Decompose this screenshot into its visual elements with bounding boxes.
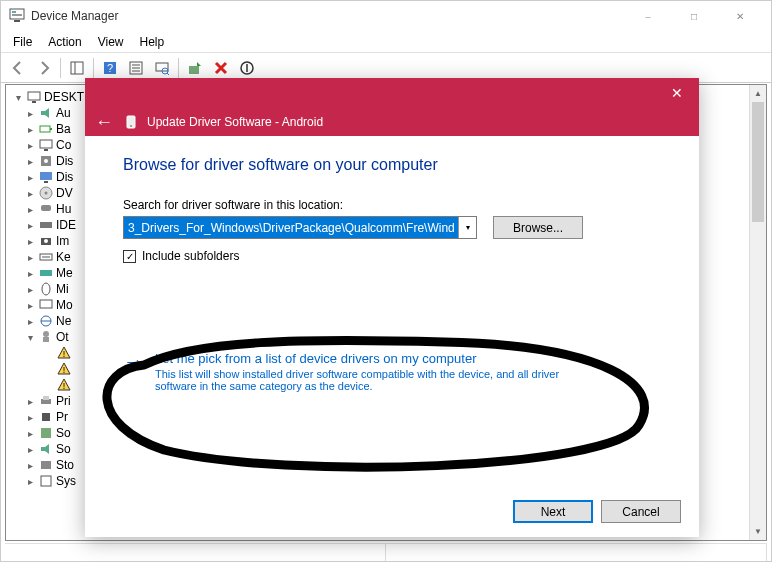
svg-point-52: [130, 125, 132, 127]
menu-view[interactable]: View: [90, 33, 132, 51]
tree-node-label: Pri: [56, 394, 71, 408]
cancel-button[interactable]: Cancel: [601, 500, 681, 523]
tree-node-label: Ba: [56, 122, 71, 136]
expand-icon[interactable]: ▸: [24, 412, 36, 423]
svg-point-24: [44, 159, 48, 163]
expand-icon[interactable]: ▸: [24, 268, 36, 279]
browse-button[interactable]: Browse...: [493, 216, 583, 239]
dialog-close-button[interactable]: ✕: [654, 78, 699, 108]
expand-icon[interactable]: ▸: [24, 124, 36, 135]
collapse-icon[interactable]: ▾: [24, 332, 36, 343]
warning-icon: !: [56, 345, 72, 361]
svg-rect-22: [44, 149, 48, 151]
svg-rect-19: [40, 126, 50, 132]
separator: [60, 58, 61, 78]
svg-rect-18: [32, 101, 36, 103]
maximize-button[interactable]: □: [671, 1, 717, 31]
close-button[interactable]: ✕: [717, 1, 763, 31]
expand-icon[interactable]: ▸: [24, 300, 36, 311]
expand-icon[interactable]: ▸: [24, 476, 36, 487]
properties-icon[interactable]: [124, 56, 148, 80]
show-hide-icon[interactable]: [65, 56, 89, 80]
next-button[interactable]: Next: [513, 500, 593, 523]
svg-rect-15: [189, 66, 199, 74]
expand-icon[interactable]: ▸: [24, 156, 36, 167]
update-driver-icon[interactable]: [183, 56, 207, 80]
back-icon[interactable]: [6, 56, 30, 80]
expand-icon[interactable]: ▸: [24, 188, 36, 199]
print-icon: [38, 393, 54, 409]
dvd-icon: [38, 185, 54, 201]
expand-icon[interactable]: ▸: [24, 460, 36, 471]
expand-icon[interactable]: ▸: [24, 444, 36, 455]
warning-icon: !: [56, 377, 72, 393]
svg-rect-25: [40, 172, 52, 180]
expand-icon[interactable]: ▸: [24, 428, 36, 439]
expand-icon[interactable]: ▸: [24, 284, 36, 295]
svg-rect-1: [12, 11, 16, 13]
menu-file[interactable]: File: [5, 33, 40, 51]
scroll-down-icon[interactable]: ▼: [750, 523, 766, 540]
tree-node-label: Mo: [56, 298, 73, 312]
collapse-icon[interactable]: ▾: [12, 92, 24, 103]
expand-icon[interactable]: ▸: [24, 140, 36, 151]
expand-icon[interactable]: ▸: [24, 204, 36, 215]
keyboard-icon: [38, 249, 54, 265]
computer-icon: [26, 89, 42, 105]
help-icon[interactable]: ?: [98, 56, 122, 80]
network-icon: [38, 313, 54, 329]
tree-node-label: Me: [56, 266, 73, 280]
dialog-back-icon[interactable]: ←: [95, 112, 113, 133]
search-label: Search for driver software in this locat…: [123, 198, 661, 212]
tree-root-label: DESKT: [44, 90, 84, 104]
pick-from-list-link[interactable]: → Let me pick from a list of device driv…: [123, 351, 661, 392]
arrow-right-icon: →: [123, 349, 145, 375]
expand-icon[interactable]: ▸: [24, 220, 36, 231]
svg-rect-20: [50, 128, 52, 130]
scroll-up-icon[interactable]: ▲: [750, 85, 766, 102]
menu-help[interactable]: Help: [132, 33, 173, 51]
tree-node-label: Sto: [56, 458, 74, 472]
disable-icon[interactable]: [235, 56, 259, 80]
audio-icon: [38, 105, 54, 121]
vertical-scrollbar[interactable]: ▲ ▼: [749, 85, 766, 540]
minimize-button[interactable]: –: [625, 1, 671, 31]
processor-icon: [38, 409, 54, 425]
scan-icon[interactable]: [150, 56, 174, 80]
expand-icon[interactable]: ▸: [24, 396, 36, 407]
expand-icon[interactable]: ▸: [24, 108, 36, 119]
window-title: Device Manager: [31, 9, 625, 23]
path-input[interactable]: [124, 217, 458, 238]
expand-icon[interactable]: ▸: [24, 172, 36, 183]
dropdown-icon[interactable]: ▾: [458, 217, 476, 238]
svg-rect-30: [40, 222, 52, 228]
imaging-icon: [38, 233, 54, 249]
update-driver-dialog: ✕ ← Update Driver Software - Android Bro…: [85, 78, 699, 537]
display-icon: [38, 169, 54, 185]
tree-node-label: So: [56, 442, 71, 456]
path-combobox[interactable]: ▾: [123, 216, 477, 239]
tree-node-label: Im: [56, 234, 69, 248]
svg-rect-46: [43, 396, 49, 400]
expand-icon[interactable]: ▸: [24, 252, 36, 263]
expand-icon[interactable]: ▸: [24, 236, 36, 247]
tree-node-label: Ot: [56, 330, 69, 344]
include-subfolders-checkbox[interactable]: ✓ Include subfolders: [123, 249, 661, 263]
svg-rect-4: [71, 62, 83, 74]
tree-node-label: So: [56, 426, 71, 440]
software-icon: [38, 425, 54, 441]
tree-node-label: Ke: [56, 250, 71, 264]
uninstall-icon[interactable]: [209, 56, 233, 80]
svg-rect-50: [41, 476, 51, 486]
svg-point-40: [43, 331, 49, 337]
menu-action[interactable]: Action: [40, 33, 89, 51]
titlebar: Device Manager – □ ✕: [1, 1, 771, 31]
expand-icon[interactable]: ▸: [24, 316, 36, 327]
svg-rect-26: [44, 181, 48, 183]
warning-icon: !: [56, 361, 72, 377]
forward-icon[interactable]: [32, 56, 56, 80]
checkbox-label: Include subfolders: [142, 249, 239, 263]
scroll-thumb[interactable]: [752, 102, 764, 222]
statusbar: [5, 543, 767, 561]
dialog-titlebar: ✕: [85, 78, 699, 108]
